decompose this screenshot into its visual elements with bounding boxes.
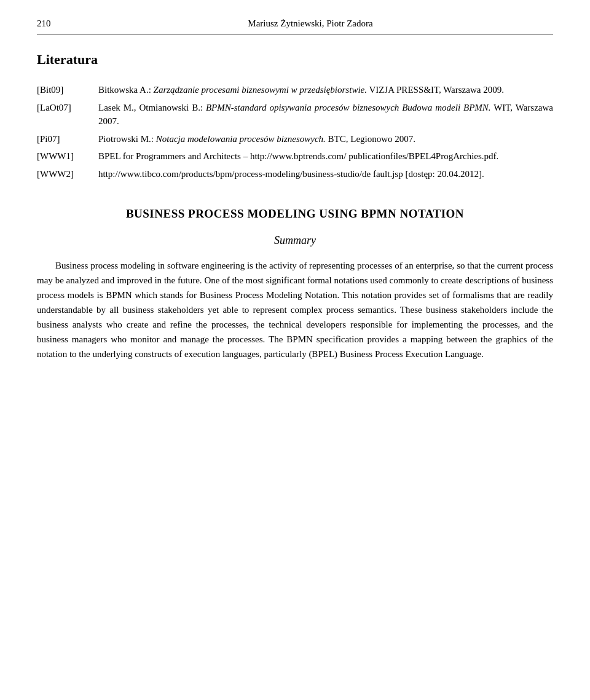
reference-row: [WWW2] http://www.tibco.com/products/bpm…	[37, 165, 553, 183]
ref-text: Piotrowski M.: Notacja modelowania proce…	[98, 130, 553, 148]
page-header: 210 Mariusz Żytniewski, Piotr Zadora	[37, 18, 553, 34]
ref-key: [Bit09]	[37, 81, 98, 99]
literatura-heading: Literatura	[37, 52, 553, 68]
ref-key: [Pi07]	[37, 130, 98, 148]
reference-row: [Pi07] Piotrowski M.: Notacja modelowani…	[37, 130, 553, 148]
ref-text: BPEL for Programmers and Architects – ht…	[98, 147, 553, 165]
ref-text: http://www.tibco.com/products/bpm/proces…	[98, 165, 553, 183]
page: 210 Mariusz Żytniewski, Piotr Zadora Lit…	[0, 0, 590, 386]
ref-key: [WWW2]	[37, 165, 98, 183]
ref-text: Lasek M., Otmianowski B.: BPMN-standard …	[98, 99, 553, 130]
ref-key: [WWW1]	[37, 147, 98, 165]
ref-italic: BPMN-standard opisywania procesów biznes…	[206, 103, 491, 112]
reference-list: [Bit09] Bitkowska A.: Zarządzanie proces…	[37, 81, 553, 183]
english-section: BUSINESS PROCESS MODELING USING BPMN NOT…	[37, 207, 553, 361]
ref-italic: Notacja modelowania procesów biznesowych…	[156, 134, 326, 144]
summary-paragraph: Business process modeling in software en…	[37, 258, 553, 361]
ref-key: [LaOt07]	[37, 99, 98, 130]
header-title: Mariusz Żytniewski, Piotr Zadora	[68, 18, 553, 29]
reference-row: [LaOt07] Lasek M., Otmianowski B.: BPMN-…	[37, 99, 553, 130]
page-number: 210	[37, 18, 68, 29]
english-section-title: BUSINESS PROCESS MODELING USING BPMN NOT…	[37, 207, 553, 221]
ref-text: Bitkowska A.: Zarządzanie procesami bizn…	[98, 81, 553, 99]
reference-row: [Bit09] Bitkowska A.: Zarządzanie proces…	[37, 81, 553, 99]
ref-italic: Zarządzanie procesami biznesowymi w prze…	[154, 85, 367, 95]
reference-row: [WWW1] BPEL for Programmers and Architec…	[37, 147, 553, 165]
summary-heading: Summary	[37, 234, 553, 247]
